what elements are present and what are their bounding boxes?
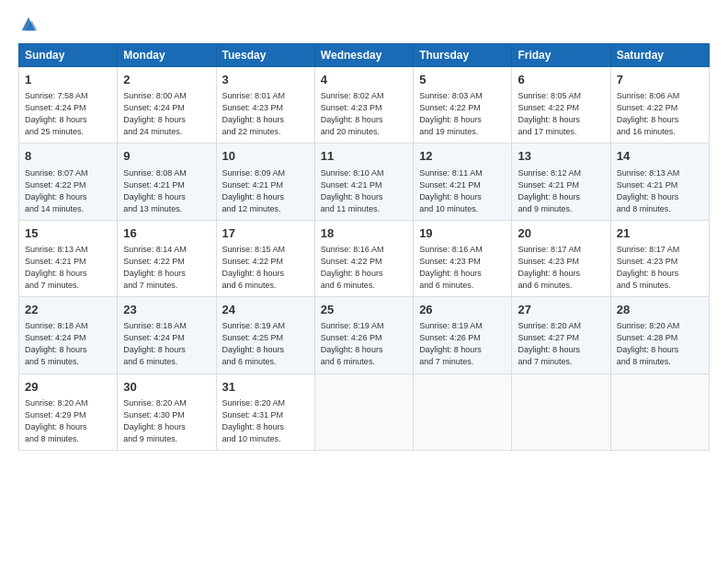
calendar-cell: 11Sunrise: 8:10 AM Sunset: 4:21 PM Dayli… xyxy=(314,144,413,220)
calendar-cell: 18Sunrise: 8:16 AM Sunset: 4:22 PM Dayli… xyxy=(314,220,413,296)
calendar-cell: 8Sunrise: 8:07 AM Sunset: 4:22 PM Daylig… xyxy=(19,144,118,220)
day-info: Sunrise: 8:15 AM Sunset: 4:22 PM Dayligh… xyxy=(222,244,309,292)
day-number: 15 xyxy=(25,225,111,242)
header xyxy=(18,14,710,34)
day-info: Sunrise: 8:12 AM Sunset: 4:21 PM Dayligh… xyxy=(518,167,604,215)
day-info: Sunrise: 8:19 AM Sunset: 4:26 PM Dayligh… xyxy=(321,320,407,368)
day-number: 5 xyxy=(419,72,506,88)
day-number: 13 xyxy=(518,148,604,165)
calendar-day-header: Saturday xyxy=(610,44,709,67)
day-info: Sunrise: 8:11 AM Sunset: 4:21 PM Dayligh… xyxy=(419,167,506,215)
calendar-cell: 14Sunrise: 8:13 AM Sunset: 4:21 PM Dayli… xyxy=(610,144,709,220)
calendar-cell xyxy=(512,373,610,450)
day-info: Sunrise: 8:02 AM Sunset: 4:23 PM Dayligh… xyxy=(321,90,407,138)
day-number: 20 xyxy=(518,225,604,242)
calendar-cell: 17Sunrise: 8:15 AM Sunset: 4:22 PM Dayli… xyxy=(216,220,314,296)
day-number: 27 xyxy=(518,302,604,318)
day-number: 9 xyxy=(123,148,210,165)
day-info: Sunrise: 8:19 AM Sunset: 4:26 PM Dayligh… xyxy=(419,320,506,368)
day-info: Sunrise: 8:20 AM Sunset: 4:28 PM Dayligh… xyxy=(617,320,703,368)
calendar-table: SundayMondayTuesdayWednesdayThursdayFrid… xyxy=(18,43,710,451)
calendar-cell: 23Sunrise: 8:18 AM Sunset: 4:24 PM Dayli… xyxy=(118,297,216,373)
day-info: Sunrise: 8:20 AM Sunset: 4:31 PM Dayligh… xyxy=(222,397,309,445)
calendar-cell: 2Sunrise: 8:00 AM Sunset: 4:24 PM Daylig… xyxy=(118,67,216,144)
calendar-cell: 21Sunrise: 8:17 AM Sunset: 4:23 PM Dayli… xyxy=(610,220,709,296)
calendar-cell: 30Sunrise: 8:20 AM Sunset: 4:30 PM Dayli… xyxy=(118,373,216,450)
day-info: Sunrise: 8:07 AM Sunset: 4:22 PM Dayligh… xyxy=(25,167,111,215)
day-info: Sunrise: 8:16 AM Sunset: 4:22 PM Dayligh… xyxy=(321,244,407,292)
calendar-cell: 31Sunrise: 8:20 AM Sunset: 4:31 PM Dayli… xyxy=(216,373,314,450)
day-number: 18 xyxy=(321,225,407,242)
day-info: Sunrise: 8:17 AM Sunset: 4:23 PM Dayligh… xyxy=(518,244,604,292)
calendar-header-row: SundayMondayTuesdayWednesdayThursdayFrid… xyxy=(19,44,710,67)
day-number: 25 xyxy=(321,302,407,318)
day-number: 3 xyxy=(222,72,309,88)
day-info: Sunrise: 8:01 AM Sunset: 4:23 PM Dayligh… xyxy=(222,90,309,138)
logo-icon xyxy=(18,14,39,34)
calendar-cell: 12Sunrise: 8:11 AM Sunset: 4:21 PM Dayli… xyxy=(414,144,512,220)
day-number: 21 xyxy=(617,225,703,242)
calendar-cell: 9Sunrise: 8:08 AM Sunset: 4:21 PM Daylig… xyxy=(118,144,216,220)
day-info: Sunrise: 8:03 AM Sunset: 4:22 PM Dayligh… xyxy=(419,90,506,138)
calendar-cell: 1Sunrise: 7:58 AM Sunset: 4:24 PM Daylig… xyxy=(19,67,118,144)
calendar-cell: 4Sunrise: 8:02 AM Sunset: 4:23 PM Daylig… xyxy=(314,67,413,144)
calendar-cell: 27Sunrise: 8:20 AM Sunset: 4:27 PM Dayli… xyxy=(512,297,610,373)
day-info: Sunrise: 8:19 AM Sunset: 4:25 PM Dayligh… xyxy=(222,320,309,368)
day-number: 23 xyxy=(123,302,210,318)
day-number: 12 xyxy=(419,148,506,165)
calendar-cell: 6Sunrise: 8:05 AM Sunset: 4:22 PM Daylig… xyxy=(512,67,610,144)
calendar-week-row: 22Sunrise: 8:18 AM Sunset: 4:24 PM Dayli… xyxy=(19,297,710,373)
day-number: 17 xyxy=(222,225,309,242)
logo xyxy=(18,14,42,34)
day-number: 30 xyxy=(123,379,210,396)
calendar-cell: 10Sunrise: 8:09 AM Sunset: 4:21 PM Dayli… xyxy=(216,144,314,220)
calendar-week-row: 15Sunrise: 8:13 AM Sunset: 4:21 PM Dayli… xyxy=(19,220,710,296)
day-info: Sunrise: 8:05 AM Sunset: 4:22 PM Dayligh… xyxy=(518,90,604,138)
day-info: Sunrise: 8:00 AM Sunset: 4:24 PM Dayligh… xyxy=(123,90,210,138)
calendar-cell xyxy=(414,373,512,450)
day-info: Sunrise: 8:14 AM Sunset: 4:22 PM Dayligh… xyxy=(123,244,210,292)
day-number: 26 xyxy=(419,302,506,318)
day-info: Sunrise: 8:18 AM Sunset: 4:24 PM Dayligh… xyxy=(123,320,210,368)
calendar-day-header: Friday xyxy=(512,44,610,67)
day-number: 4 xyxy=(321,72,407,88)
day-number: 24 xyxy=(222,302,309,318)
calendar-cell xyxy=(314,373,413,450)
day-number: 11 xyxy=(321,148,407,165)
day-info: Sunrise: 8:20 AM Sunset: 4:29 PM Dayligh… xyxy=(25,397,111,445)
day-info: Sunrise: 8:09 AM Sunset: 4:21 PM Dayligh… xyxy=(222,167,309,215)
calendar-week-row: 29Sunrise: 8:20 AM Sunset: 4:29 PM Dayli… xyxy=(19,373,710,450)
day-info: Sunrise: 8:13 AM Sunset: 4:21 PM Dayligh… xyxy=(25,244,111,292)
calendar-cell: 13Sunrise: 8:12 AM Sunset: 4:21 PM Dayli… xyxy=(512,144,610,220)
day-number: 1 xyxy=(25,72,111,88)
calendar-cell: 24Sunrise: 8:19 AM Sunset: 4:25 PM Dayli… xyxy=(216,297,314,373)
day-info: Sunrise: 8:08 AM Sunset: 4:21 PM Dayligh… xyxy=(123,167,210,215)
calendar-day-header: Tuesday xyxy=(216,44,314,67)
day-number: 10 xyxy=(222,148,309,165)
day-info: Sunrise: 8:20 AM Sunset: 4:27 PM Dayligh… xyxy=(518,320,604,368)
day-number: 14 xyxy=(617,148,703,165)
day-info: Sunrise: 7:58 AM Sunset: 4:24 PM Dayligh… xyxy=(25,90,111,138)
calendar-day-header: Monday xyxy=(118,44,216,67)
day-number: 22 xyxy=(25,302,111,318)
day-info: Sunrise: 8:20 AM Sunset: 4:30 PM Dayligh… xyxy=(123,397,210,445)
calendar-cell: 19Sunrise: 8:16 AM Sunset: 4:23 PM Dayli… xyxy=(414,220,512,296)
calendar-cell: 3Sunrise: 8:01 AM Sunset: 4:23 PM Daylig… xyxy=(216,67,314,144)
calendar-cell: 28Sunrise: 8:20 AM Sunset: 4:28 PM Dayli… xyxy=(610,297,709,373)
day-number: 29 xyxy=(25,379,111,396)
day-info: Sunrise: 8:18 AM Sunset: 4:24 PM Dayligh… xyxy=(25,320,111,368)
day-number: 19 xyxy=(419,225,506,242)
page: SundayMondayTuesdayWednesdayThursdayFrid… xyxy=(0,0,728,563)
calendar-cell: 15Sunrise: 8:13 AM Sunset: 4:21 PM Dayli… xyxy=(19,220,118,296)
day-info: Sunrise: 8:06 AM Sunset: 4:22 PM Dayligh… xyxy=(617,90,703,138)
day-number: 2 xyxy=(123,72,210,88)
day-number: 16 xyxy=(123,225,210,242)
calendar-cell: 7Sunrise: 8:06 AM Sunset: 4:22 PM Daylig… xyxy=(610,67,709,144)
calendar-cell xyxy=(610,373,709,450)
day-number: 8 xyxy=(25,148,111,165)
calendar-cell: 5Sunrise: 8:03 AM Sunset: 4:22 PM Daylig… xyxy=(414,67,512,144)
day-number: 6 xyxy=(518,72,604,88)
day-info: Sunrise: 8:16 AM Sunset: 4:23 PM Dayligh… xyxy=(419,244,506,292)
calendar-cell: 25Sunrise: 8:19 AM Sunset: 4:26 PM Dayli… xyxy=(314,297,413,373)
day-number: 28 xyxy=(617,302,703,318)
